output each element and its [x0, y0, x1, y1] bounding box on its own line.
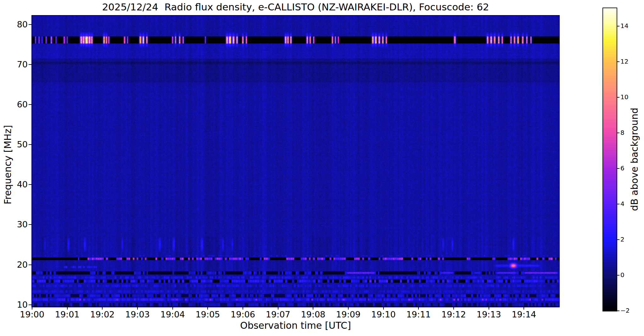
colorbar [602, 8, 617, 311]
x-tick-label: 19:14 [508, 310, 540, 319]
x-tick-label: 19:06 [227, 310, 259, 319]
spectrogram-plot-area [31, 15, 560, 307]
y-tick-label: 10 [6, 300, 28, 310]
x-tick-label: 19:12 [438, 310, 469, 319]
chart-title: 2025/12/24 Radio flux density, e-CALLIST… [32, 1, 559, 13]
x-tick-mark [524, 307, 524, 310]
y-tick-mark [29, 24, 31, 25]
x-tick-label: 19:00 [16, 310, 48, 319]
colorbar-label: dB above background [629, 108, 640, 211]
colorbar-tick-label: 0 [620, 271, 639, 279]
y-tick-mark [29, 104, 31, 105]
x-tick-mark [383, 307, 384, 310]
colorbar-tick-mark [617, 26, 619, 26]
x-tick-label: 19:03 [122, 310, 153, 319]
x-tick-mark [418, 307, 419, 310]
y-axis-label: Frequency [MHz] [2, 125, 13, 204]
colorbar-tick-mark [617, 133, 619, 133]
colorbar-tick-label: −2 [620, 307, 639, 314]
y-tick-label: 60 [6, 100, 28, 109]
colorbar-tick-mark [617, 239, 619, 240]
colorbar-tick-label: 2 [620, 236, 639, 243]
x-tick-mark [32, 307, 32, 310]
figure: 2025/12/24 Radio flux density, e-CALLIST… [0, 0, 644, 336]
colorbar-tick-mark [617, 310, 619, 311]
x-tick-label: 19:04 [157, 310, 188, 319]
colorbar-tick-mark [617, 61, 619, 62]
x-tick-label: 19:01 [52, 310, 83, 319]
x-tick-mark [313, 307, 313, 310]
x-tick-mark [137, 307, 138, 310]
colorbar-gradient [603, 8, 617, 311]
x-tick-mark [348, 307, 349, 310]
x-tick-label: 19:09 [333, 310, 364, 319]
colorbar-tick-mark [617, 97, 619, 98]
colorbar-tick-label: 10 [620, 93, 639, 101]
y-tick-label: 70 [6, 60, 28, 69]
y-tick-label: 30 [6, 219, 28, 229]
x-tick-label: 19:07 [262, 310, 294, 319]
x-tick-label: 19:05 [192, 310, 223, 319]
x-tick-label: 19:02 [87, 310, 118, 319]
x-tick-label: 19:13 [473, 310, 505, 319]
x-tick-mark [102, 307, 103, 310]
x-axis-label: Observation time [UTC] [32, 320, 559, 331]
y-tick-mark [29, 224, 31, 225]
y-tick-label: 80 [6, 20, 28, 29]
colorbar-tick-label: 12 [620, 58, 639, 65]
x-tick-label: 19:08 [297, 310, 329, 319]
x-tick-label: 19:10 [368, 310, 399, 319]
x-tick-mark [207, 307, 208, 310]
colorbar-tick-label: 14 [620, 22, 639, 30]
y-tick-label: 20 [6, 260, 28, 270]
colorbar-tick-mark [617, 168, 619, 169]
x-tick-mark [67, 307, 68, 310]
y-tick-mark [29, 144, 31, 145]
y-tick-mark [29, 305, 31, 305]
y-tick-mark [29, 64, 31, 65]
colorbar-tick-mark [617, 275, 619, 276]
x-tick-mark [172, 307, 173, 310]
y-tick-mark [29, 184, 31, 185]
colorbar-tick-mark [617, 204, 619, 204]
x-tick-label: 19:11 [403, 310, 434, 319]
x-tick-mark [489, 307, 489, 310]
x-tick-mark [278, 307, 278, 310]
y-tick-mark [29, 265, 31, 265]
x-tick-mark [453, 307, 454, 310]
x-tick-mark [243, 307, 243, 310]
spectrogram-image [32, 16, 559, 307]
